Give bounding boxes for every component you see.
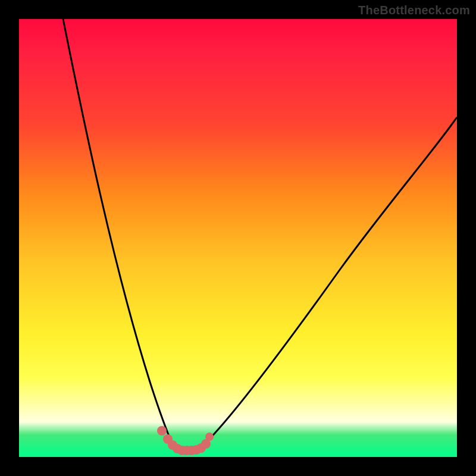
marker-dot [157,426,167,436]
marker-dot [205,433,214,441]
bottom-marker-series [157,426,214,455]
curve-layer [19,19,457,457]
left-arm-curve [63,19,174,447]
watermark-text: TheBottleneck.com [358,4,470,17]
chart-frame: TheBottleneck.com [0,0,476,476]
plot-area [19,19,457,457]
right-arm-curve [207,117,457,441]
